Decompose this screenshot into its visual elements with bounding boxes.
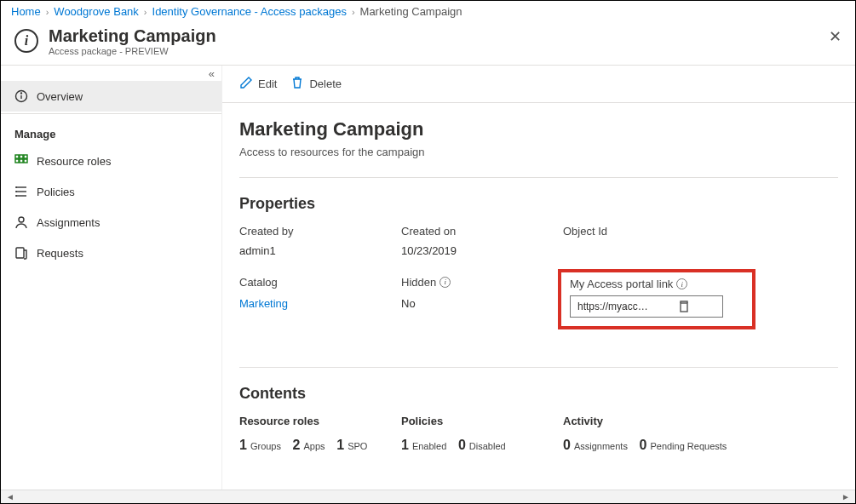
toolbar: Edit Delete: [222, 66, 855, 103]
page-subtitle: Access package - PREVIEW: [49, 46, 216, 56]
breadcrumb-home[interactable]: Home: [11, 5, 41, 18]
button-label: Edit: [258, 77, 277, 90]
svg-rect-16: [16, 248, 24, 258]
portal-link-value: https://myaccess.micro…: [577, 301, 648, 312]
prop-value-created-on: 10/23/2019: [401, 244, 554, 269]
portal-link-field[interactable]: https://myaccess.micro…: [570, 295, 723, 318]
prop-label-hidden: Hidden i: [401, 274, 554, 292]
info-icon[interactable]: i: [439, 277, 451, 288]
info-icon: i: [14, 29, 38, 53]
contents-grid: Resource roles Policies Activity 1Groups…: [239, 415, 838, 453]
blade-header: i Marketing Campaign Access package - PR…: [1, 22, 855, 66]
edit-button[interactable]: Edit: [239, 76, 277, 92]
stat-resource-roles: 1Groups 2Apps 1SPO: [239, 438, 393, 453]
trash-icon: [290, 76, 304, 92]
prop-value-created-by: admin1: [239, 244, 393, 269]
main-content: Edit Delete Marketing Campaign Access to…: [222, 66, 855, 503]
collapse-sidebar-button[interactable]: «: [209, 67, 215, 80]
request-icon: [14, 246, 28, 260]
person-icon: [14, 215, 28, 229]
sidebar-item-label: Requests: [37, 247, 83, 260]
svg-rect-8: [24, 159, 27, 163]
svg-rect-7: [20, 159, 23, 163]
col-policies: Policies: [401, 415, 554, 432]
page-title: Marketing Campaign: [49, 26, 216, 46]
chevron-right-icon: ›: [352, 7, 355, 17]
col-activity: Activity: [563, 415, 750, 432]
sidebar-item-policies[interactable]: Policies: [1, 176, 221, 207]
chevron-right-icon: ›: [46, 7, 49, 17]
breadcrumb-current: Marketing Campaign: [360, 5, 462, 18]
scroll-right-arrow[interactable]: ►: [838, 492, 853, 501]
svg-point-13: [15, 191, 17, 192]
sidebar-section-manage: Manage: [1, 116, 221, 146]
svg-rect-6: [15, 159, 19, 163]
svg-point-2: [21, 93, 22, 94]
svg-rect-5: [24, 155, 27, 158]
prop-value-catalog[interactable]: Marketing: [239, 297, 393, 325]
prop-label-created-by: Created by: [239, 225, 393, 239]
prop-value-hidden: No: [401, 297, 554, 325]
svg-rect-3: [15, 155, 19, 158]
sidebar-item-requests[interactable]: Requests: [1, 238, 221, 268]
sidebar-item-overview[interactable]: Overview: [1, 81, 221, 112]
highlight-portal-link: My Access portal link i https://myaccess…: [558, 269, 755, 329]
sidebar-item-label: Overview: [37, 90, 83, 103]
stat-policies: 1Enabled 0Disabled: [401, 438, 554, 453]
delete-button[interactable]: Delete: [290, 76, 342, 92]
properties-grid: Created by Created on Object Id admin1 1…: [239, 225, 838, 324]
svg-point-15: [19, 217, 24, 222]
prop-label-object-id: Object Id: [563, 225, 750, 239]
svg-point-12: [15, 186, 17, 188]
properties-heading: Properties: [239, 195, 838, 213]
button-label: Delete: [309, 77, 342, 90]
svg-point-14: [15, 195, 17, 197]
svg-rect-4: [20, 155, 23, 158]
sidebar-item-label: Policies: [37, 186, 75, 198]
content-title: Marketing Campaign: [239, 118, 838, 140]
grid-icon: [14, 154, 28, 168]
list-icon: [14, 185, 28, 198]
sidebar-item-label: Resource roles: [37, 155, 111, 168]
stat-activity: 0Assignments 0Pending Requests: [563, 438, 750, 453]
sidebar-item-assignments[interactable]: Assignments: [1, 207, 221, 238]
sidebar-item-resource-roles[interactable]: Resource roles: [1, 146, 221, 176]
content-description: Access to resources for the campaign: [239, 146, 838, 158]
prop-label-created-on: Created on: [401, 225, 554, 239]
info-icon[interactable]: i: [676, 278, 687, 289]
info-icon: [14, 89, 28, 103]
horizontal-scrollbar[interactable]: ◄ ►: [1, 490, 855, 503]
close-button[interactable]: ✕: [829, 27, 842, 46]
scroll-left-arrow[interactable]: ◄: [3, 492, 18, 501]
svg-rect-17: [681, 303, 687, 312]
sidebar: « Overview Manage Resource roles P: [1, 66, 222, 503]
breadcrumb-section[interactable]: Identity Governance - Access packages: [152, 5, 347, 18]
pencil-icon: [239, 76, 253, 92]
copy-icon[interactable]: [648, 300, 719, 313]
breadcrumb: Home › Woodgrove Bank › Identity Governa…: [1, 1, 855, 22]
col-resource-roles: Resource roles: [239, 415, 393, 432]
prop-label-catalog: Catalog: [239, 274, 393, 292]
prop-value-object-id: [563, 244, 750, 269]
sidebar-item-label: Assignments: [37, 216, 100, 229]
contents-heading: Contents: [239, 385, 838, 403]
prop-label-portal-link: My Access portal link i: [570, 278, 744, 292]
breadcrumb-org[interactable]: Woodgrove Bank: [54, 5, 139, 18]
chevron-right-icon: ›: [144, 7, 147, 17]
